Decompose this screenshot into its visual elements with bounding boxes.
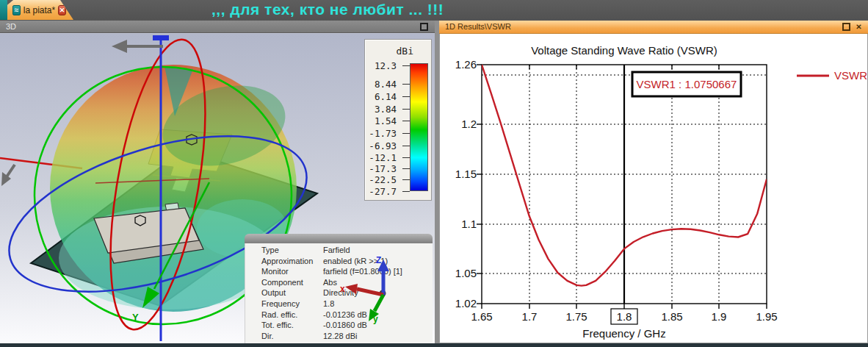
panel-3d: 3D [0, 21, 435, 343]
y-tick-label: 1.1 [461, 218, 477, 230]
info-label: Approximation [245, 257, 323, 268]
info-value: Directivity [323, 288, 433, 299]
info-row: Monitorfarfield (f=01.8000) [1] [245, 267, 433, 278]
tab-close-button[interactable]: ✕ [58, 5, 66, 15]
y-tick-label: 1.02 [455, 297, 477, 310]
info-row: Approximationenabled (kR >> 1) [245, 257, 433, 268]
info-row: ComponentAbs [245, 278, 433, 289]
info-value: -0.01236 dB [323, 310, 433, 321]
info-label: Type [245, 246, 323, 257]
app-edge-strip [0, 0, 7, 20]
bottom-edge [0, 343, 868, 347]
colorbar-gradient [410, 63, 428, 191]
info-label: Component [245, 278, 323, 289]
close-icon: ✕ [59, 7, 65, 14]
x-tick-label: 1.9 [712, 310, 727, 323]
project-tab-label: la piata* [23, 5, 55, 15]
colorbar-tick: 3.84 [361, 104, 397, 115]
y-tick-labels: 1.26 1.2 1.15 1.1 1.05 1.02 [455, 58, 477, 310]
vswr-chart[interactable]: Voltage Standing Wave Ratio (VSWR) [440, 34, 867, 343]
y-tick-label: 1.26 [455, 58, 477, 71]
x-tick-label: 1.65 [471, 310, 492, 323]
colorbar-tick: -17.3 [361, 163, 397, 174]
x-axis-title: Frequency / GHz [582, 327, 665, 340]
legend-label: VSWR1 [834, 69, 867, 82]
info-label: Monitor [245, 267, 323, 278]
x-tick-label: 1.85 [661, 310, 682, 323]
farfield-info-panel: TypeFarfield Approximationenabled (kR >>… [245, 234, 433, 343]
chart-title: Voltage Standing Wave Ratio (VSWR) [531, 44, 717, 57]
results-titlebar[interactable]: 1D Results\VSWR ✕ [439, 21, 868, 34]
x-tick-label: 1.75 [565, 310, 587, 323]
results-panel: 1D Results\VSWR ✕ Voltage Standing Wave … [439, 21, 868, 343]
marker-readout[interactable]: VSWR1 : 1.0750667 [632, 72, 741, 96]
project-tab[interactable]: ≈ la piata* ✕ [7, 0, 73, 20]
colorbar-tick: 8.44 [361, 79, 397, 90]
info-label: Frequency [245, 299, 323, 310]
banner-title: ,,, для тех, кто не любит ... !!! [211, 1, 438, 20]
colorbar: dBi 12.3 8.44 6.14 3.84 1.54 -1.73 -6.93… [364, 39, 432, 201]
x-tick-label: 1.95 [756, 310, 777, 323]
colorbar-tick: -27.7 [361, 186, 397, 197]
info-row: Dir.12.28 dBi [245, 332, 433, 343]
legend: VSWR1 [797, 69, 867, 82]
info-label: Dir. [245, 332, 323, 343]
info-panel-header[interactable] [245, 234, 433, 243]
info-label: Output [245, 288, 323, 299]
wave-icon: ≈ [12, 5, 21, 15]
colorbar-tick: -1.73 [361, 128, 397, 139]
info-value: -0.01860 dB [323, 321, 433, 332]
y-tick-label: 1.2 [461, 118, 477, 130]
results-close-button[interactable]: ✕ [855, 23, 863, 31]
colorbar-tick: -12.1 [361, 152, 397, 163]
panel-3d-header[interactable]: 3D [0, 21, 435, 33]
colorbar-tick: 6.14 [361, 91, 397, 102]
y-tick-label: 1.15 [455, 168, 477, 180]
info-value: Farfield [323, 246, 433, 257]
info-value: farfield (f=01.8000) [1] [323, 267, 433, 278]
info-label: Tot. effic. [245, 321, 323, 332]
colorbar-title: dBi [397, 46, 413, 57]
info-value: 12.28 dBi [323, 332, 433, 343]
colorbar-tick: 1.54 [361, 115, 397, 126]
app-window: ≈ la piata* ✕ ,,, для тех, кто не любит … [0, 0, 868, 347]
marker-readout-label: VSWR1 : 1.0750667 [637, 78, 737, 90]
info-value: Abs [323, 278, 433, 289]
colorbar-tick: -22.5 [361, 174, 397, 185]
panel-3d-maximize-button[interactable] [420, 23, 428, 31]
info-value: enabled (kR >> 1) [323, 257, 433, 268]
results-maximize-button[interactable] [842, 23, 850, 31]
info-row: TypeFarfield [245, 246, 433, 257]
info-row: Frequency1.8 [245, 299, 433, 310]
x-tick-label: 1.8 [617, 310, 632, 323]
info-label: Rad. effic. [245, 310, 323, 321]
colorbar-tick: -6.93 [361, 140, 397, 151]
info-value: 1.8 [323, 299, 433, 310]
panel-3d-title: 3D [6, 22, 16, 31]
results-title: 1D Results\VSWR [445, 22, 511, 31]
x-tick-labels: 1.65 1.7 1.75 1.8 1.85 1.9 1.95 [471, 310, 777, 323]
results-content: Voltage Standing Wave Ratio (VSWR) [439, 34, 868, 343]
info-row: OutputDirectivity [245, 288, 433, 299]
info-row: Tot. effic.-0.01860 dB [245, 321, 433, 332]
x-tick-label: 1.7 [522, 310, 538, 323]
top-bar: ≈ la piata* ✕ ,,, для тех, кто не любит … [0, 0, 868, 20]
info-row: Rad. effic.-0.01236 dB [245, 310, 433, 321]
y-tick-label: 1.05 [455, 267, 477, 279]
axis-label-y: Y [132, 312, 139, 323]
colorbar-tick: 12.3 [361, 60, 397, 71]
info-panel-body: TypeFarfield Approximationenabled (kR >>… [245, 243, 433, 343]
